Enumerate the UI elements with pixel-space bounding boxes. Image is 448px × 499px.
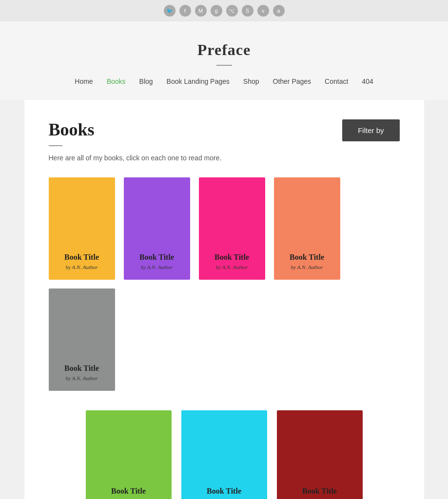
book-author: by A.N. Author xyxy=(291,264,323,270)
site-title: Preface xyxy=(10,41,438,59)
section-description: Here are all of my books, click on each … xyxy=(49,154,400,162)
book-row-1: Book Titleby A.N. AuthorBook Titleby A.N… xyxy=(49,177,400,391)
medium-icon[interactable]: M xyxy=(195,5,207,17)
book-card-row2-0[interactable]: Book Titleby A.N. Author xyxy=(86,410,172,499)
nav-contact[interactable]: Contact xyxy=(325,77,348,85)
book-title: Book Title xyxy=(111,486,146,497)
github-icon[interactable]: ⌥ xyxy=(226,5,238,17)
book-card-row1-3[interactable]: Book Titleby A.N. Author xyxy=(274,177,340,280)
book-title: Book Title xyxy=(139,252,174,263)
main-content: Books Filter by Here are all of my books… xyxy=(24,100,424,499)
book-title: Book Title xyxy=(290,252,324,263)
book-author: by A.N. Author xyxy=(141,264,173,270)
vimeo-icon[interactable]: v xyxy=(257,5,269,17)
book-author: by A.N. Author xyxy=(216,264,248,270)
book-card-row1-0[interactable]: Book Titleby A.N. Author xyxy=(49,177,115,280)
section-divider xyxy=(49,145,62,146)
site-header: Preface xyxy=(0,21,448,66)
book-title: Book Title xyxy=(64,364,99,374)
facebook-icon[interactable]: f xyxy=(179,5,191,17)
nav-home[interactable]: Home xyxy=(75,77,93,85)
book-author: by A.N. Author xyxy=(66,264,98,270)
nav-shop[interactable]: Shop xyxy=(243,77,259,85)
book-title: Book Title xyxy=(64,252,99,263)
amazon-icon[interactable]: a xyxy=(273,5,285,17)
section-title: Books xyxy=(49,119,95,140)
book-card-row2-2[interactable]: Book Titleby A.N. Author xyxy=(277,410,363,499)
main-nav: Home Books Blog Book Landing Pages Shop … xyxy=(0,66,448,100)
social-bar: 🐦 f M g ⌥ S v a xyxy=(0,0,448,21)
book-card-row1-1[interactable]: Book Titleby A.N. Author xyxy=(124,177,190,280)
nav-book-landing[interactable]: Book Landing Pages xyxy=(167,77,230,85)
book-card-row1-2[interactable]: Book Titleby A.N. Author xyxy=(199,177,265,280)
book-title: Book Title xyxy=(214,252,249,263)
nav-404[interactable]: 404 xyxy=(362,77,373,85)
nav-other-pages[interactable]: Other Pages xyxy=(273,77,312,85)
twitter-icon[interactable]: 🐦 xyxy=(164,5,175,17)
nav-books[interactable]: Books xyxy=(107,77,126,85)
scribd-icon[interactable]: S xyxy=(242,5,253,17)
book-card-row2-1[interactable]: Book Titleby A.N. Author xyxy=(181,410,267,499)
nav-blog[interactable]: Blog xyxy=(139,77,153,85)
book-title: Book Title xyxy=(302,486,337,497)
book-title: Book Title xyxy=(207,486,241,497)
book-author: by A.N. Author xyxy=(66,375,98,381)
goodreads-icon[interactable]: g xyxy=(211,5,222,17)
book-row-2: Book Titleby A.N. AuthorBook Titleby A.N… xyxy=(49,410,400,499)
section-header: Books Filter by xyxy=(49,119,400,141)
filter-button[interactable]: Filter by xyxy=(342,119,399,141)
book-card-row1-4[interactable]: Book Titleby A.N. Author xyxy=(49,288,115,391)
